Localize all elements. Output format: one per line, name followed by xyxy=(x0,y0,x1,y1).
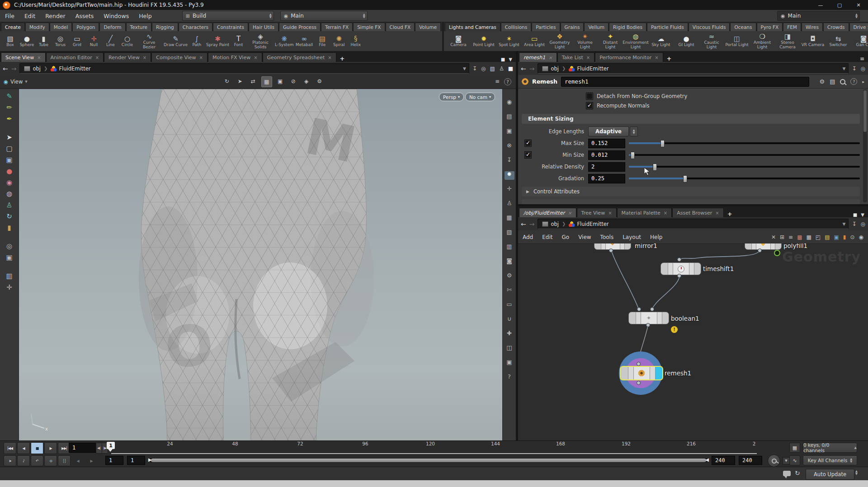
pane-tab[interactable]: remesh1 × xyxy=(519,52,557,62)
update-mode-button[interactable]: Auto Update xyxy=(806,469,854,480)
param-value-field[interactable]: 0.25 xyxy=(588,174,625,183)
param-value-field[interactable]: 2 xyxy=(588,162,625,172)
node-label[interactable]: boolean1 xyxy=(671,315,699,322)
node-name-field[interactable]: remesh1 xyxy=(561,77,809,87)
overview-icon[interactable]: ◉ xyxy=(859,234,863,240)
network-menu-item[interactable]: Add xyxy=(518,234,538,240)
magnet-snap-icon[interactable]: ∪ xyxy=(505,316,514,324)
shelf-tab[interactable]: Collisions xyxy=(501,23,531,31)
tick-marks-button[interactable]: ┆┆ xyxy=(58,455,71,466)
section-header[interactable]: Element Sizing xyxy=(522,114,860,124)
menu-item[interactable]: Render xyxy=(40,10,71,22)
sky-light-icon[interactable]: ☁ Sky Light xyxy=(648,35,674,48)
input-dot[interactable] xyxy=(650,307,654,311)
close-button[interactable]: ✕ xyxy=(849,0,868,10)
close-tab-icon[interactable]: × xyxy=(143,55,146,60)
pane-tab[interactable]: Asset Browser × xyxy=(672,208,724,217)
spiral-icon[interactable]: ✺ Spiral xyxy=(330,35,347,48)
add-light-icon[interactable]: ✛ xyxy=(505,186,514,194)
shelf-tab[interactable]: Characters xyxy=(179,23,212,31)
gi-light-icon[interactable]: ● GI Light xyxy=(674,35,699,48)
breadcrumb-node[interactable]: FluidEmitter xyxy=(566,64,612,73)
scissors-icon[interactable]: ✄ xyxy=(505,287,514,295)
menu-item[interactable]: Help xyxy=(134,10,157,22)
node-shape-icon[interactable]: ◰ xyxy=(816,234,821,240)
camera-icon[interactable]: ◙ Camera xyxy=(446,35,471,48)
breadcrumb-root[interactable]: obj xyxy=(539,219,562,229)
node-polyfill1[interactable]: ◆ xyxy=(745,244,782,250)
path-dropdown-icon[interactable]: ▼ xyxy=(843,222,848,226)
shelf-tab[interactable]: Pyro FX xyxy=(757,23,783,31)
null-icon[interactable]: ✛ Null xyxy=(85,35,102,48)
network-menu-item[interactable]: Go xyxy=(557,234,574,240)
handles-icon[interactable]: ⇄ xyxy=(248,76,258,86)
param-value-field[interactable]: 0.012 xyxy=(588,150,625,160)
help-icon[interactable]: ? xyxy=(850,78,857,85)
breadcrumb-root[interactable]: obj xyxy=(21,64,44,73)
range-substart-field[interactable]: 1 xyxy=(127,456,145,465)
pane-maximize-icon[interactable]: ■ xyxy=(501,57,505,62)
shelf-tab[interactable]: Polygon xyxy=(72,23,99,31)
area-light-icon[interactable]: ▭ Area Light xyxy=(522,35,547,48)
desktop-selector[interactable]: ⊞ Build ▲▼ xyxy=(182,11,274,21)
viewport[interactable]: M O x xyxy=(19,89,502,440)
pane-tab[interactable]: Performance Monitor × xyxy=(595,52,663,62)
node-remesh1[interactable] xyxy=(620,366,663,380)
param-checkbox[interactable]: ✓ xyxy=(524,140,532,147)
adjust-gear-icon[interactable]: ⚙ xyxy=(505,272,514,281)
box-icon[interactable]: ▧ Box xyxy=(2,35,19,48)
close-tab-icon[interactable]: × xyxy=(328,55,331,60)
output-dot[interactable] xyxy=(609,248,613,253)
caustic-light-icon[interactable]: ≈ Caustic Light xyxy=(699,33,724,50)
viewport-3d-canvas[interactable]: M O x xyxy=(19,89,502,440)
undo-anim-button[interactable]: ↶ xyxy=(31,455,43,466)
shelf-tab[interactable]: Drive Simulation xyxy=(849,23,868,31)
palette-icon[interactable]: ▩ xyxy=(797,234,802,240)
range-left-handle[interactable]: ▶ xyxy=(148,457,152,462)
input-dot[interactable] xyxy=(637,307,641,311)
select-tool-icon[interactable]: ➤ xyxy=(235,76,245,86)
distant-light-icon[interactable]: ✦ Distant Light xyxy=(598,33,623,50)
audio-button[interactable]: ♪ xyxy=(17,455,30,466)
photo-frame-icon[interactable]: ▣ xyxy=(505,359,514,368)
pin-pane-icon[interactable]: ↧ xyxy=(852,66,856,72)
page-info-icon[interactable]: ▤ xyxy=(505,113,514,122)
shelf-tab[interactable]: Rigging xyxy=(152,23,178,31)
add-pane-tab-button[interactable]: + xyxy=(336,55,349,62)
follow-target-icon[interactable]: ◎ xyxy=(481,66,486,72)
close-tab-icon[interactable]: × xyxy=(608,211,612,215)
shelf-tab[interactable]: Grains xyxy=(561,23,584,31)
menu-item[interactable]: Windows xyxy=(99,10,134,22)
slider-handle[interactable] xyxy=(653,164,657,171)
muscle-icon[interactable]: ◉ xyxy=(6,179,12,186)
pane-tab[interactable]: Composite View × xyxy=(151,52,208,62)
network-menu-item[interactable]: View xyxy=(574,234,595,240)
pane-maximize-icon[interactable]: ■ xyxy=(853,212,857,217)
param-slider[interactable] xyxy=(629,140,860,146)
add-pane-tab-button[interactable]: + xyxy=(724,211,736,217)
visibility-eye-icon[interactable]: ◉ xyxy=(505,99,514,108)
shelf-tab[interactable]: Rigid Bodies xyxy=(609,23,646,31)
settings-gear-icon[interactable]: ⚙ xyxy=(315,76,325,86)
view-tool-label[interactable]: ◉ View ▼ xyxy=(0,79,28,85)
no-select-icon[interactable]: ⊗ xyxy=(505,142,514,151)
network-graph[interactable]: Geometry ❖ mirror1 ◆ polyfill1 t xyxy=(518,244,868,440)
realtime-button[interactable]: ⊙ xyxy=(44,455,57,466)
platonic-solids-icon[interactable]: ◈ Platonic Solids xyxy=(247,33,274,50)
presets-icon[interactable]: ▤ xyxy=(830,78,835,85)
output-dot[interactable] xyxy=(677,274,681,278)
output-dot[interactable] xyxy=(646,323,650,327)
main-selector[interactable]: ◉ Main ▲▼ xyxy=(280,11,368,21)
persp-menu[interactable]: Persp▾ xyxy=(439,93,464,101)
select-arrow-icon[interactable]: ➤ xyxy=(6,134,12,141)
display-flag[interactable] xyxy=(656,367,662,379)
flipbook-icon[interactable]: ▥ xyxy=(6,272,12,280)
follow-target-icon[interactable]: ◎ xyxy=(861,221,865,227)
menu-item[interactable]: File xyxy=(0,10,19,22)
shelf-tab[interactable]: Crowds xyxy=(823,23,849,31)
key-all-channels-button[interactable]: Key All Channels ▲▼ xyxy=(803,455,857,465)
zoom-region-icon[interactable]: ▣ xyxy=(275,76,285,86)
slider-handle[interactable] xyxy=(631,152,635,159)
comb-icon[interactable]: ✏ xyxy=(6,104,12,111)
font-icon[interactable]: T Font xyxy=(230,35,247,48)
